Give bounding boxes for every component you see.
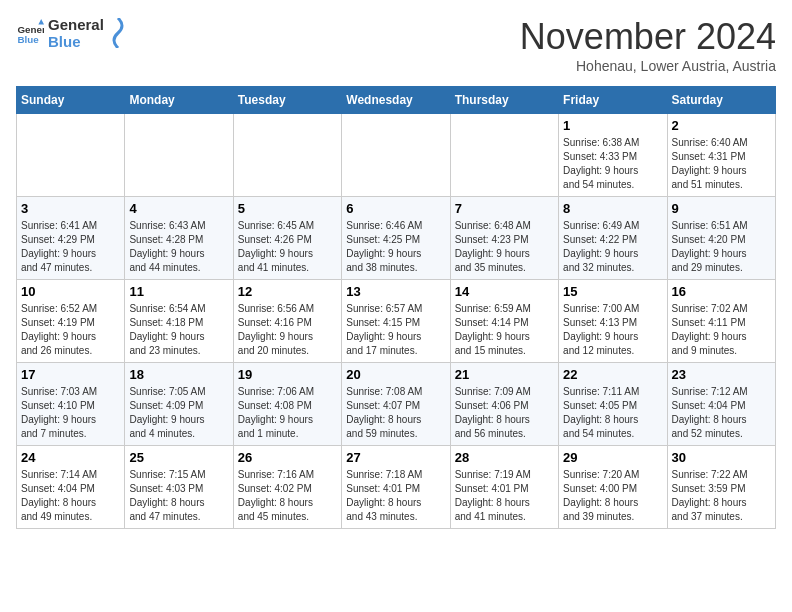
day-info: Sunrise: 7:08 AM Sunset: 4:07 PM Dayligh… — [346, 385, 445, 441]
calendar-cell — [233, 114, 341, 197]
weekday-header-sunday: Sunday — [17, 87, 125, 114]
day-number: 18 — [129, 367, 228, 382]
calendar-cell — [17, 114, 125, 197]
calendar-cell: 2Sunrise: 6:40 AM Sunset: 4:31 PM Daylig… — [667, 114, 775, 197]
day-info: Sunrise: 6:41 AM Sunset: 4:29 PM Dayligh… — [21, 219, 120, 275]
day-number: 1 — [563, 118, 662, 133]
day-number: 14 — [455, 284, 554, 299]
calendar-cell: 29Sunrise: 7:20 AM Sunset: 4:00 PM Dayli… — [559, 446, 667, 529]
calendar-cell: 16Sunrise: 7:02 AM Sunset: 4:11 PM Dayli… — [667, 280, 775, 363]
calendar-cell: 5Sunrise: 6:45 AM Sunset: 4:26 PM Daylig… — [233, 197, 341, 280]
day-info: Sunrise: 7:19 AM Sunset: 4:01 PM Dayligh… — [455, 468, 554, 524]
day-info: Sunrise: 6:51 AM Sunset: 4:20 PM Dayligh… — [672, 219, 771, 275]
logo-general: General — [48, 16, 104, 33]
calendar-cell: 10Sunrise: 6:52 AM Sunset: 4:19 PM Dayli… — [17, 280, 125, 363]
day-number: 9 — [672, 201, 771, 216]
weekday-header-tuesday: Tuesday — [233, 87, 341, 114]
week-row-1: 1Sunrise: 6:38 AM Sunset: 4:33 PM Daylig… — [17, 114, 776, 197]
calendar-cell — [125, 114, 233, 197]
day-info: Sunrise: 6:49 AM Sunset: 4:22 PM Dayligh… — [563, 219, 662, 275]
day-number: 4 — [129, 201, 228, 216]
calendar-cell: 23Sunrise: 7:12 AM Sunset: 4:04 PM Dayli… — [667, 363, 775, 446]
day-number: 5 — [238, 201, 337, 216]
day-info: Sunrise: 6:54 AM Sunset: 4:18 PM Dayligh… — [129, 302, 228, 358]
calendar-cell: 25Sunrise: 7:15 AM Sunset: 4:03 PM Dayli… — [125, 446, 233, 529]
week-row-5: 24Sunrise: 7:14 AM Sunset: 4:04 PM Dayli… — [17, 446, 776, 529]
day-info: Sunrise: 6:52 AM Sunset: 4:19 PM Dayligh… — [21, 302, 120, 358]
calendar-cell: 20Sunrise: 7:08 AM Sunset: 4:07 PM Dayli… — [342, 363, 450, 446]
day-info: Sunrise: 7:22 AM Sunset: 3:59 PM Dayligh… — [672, 468, 771, 524]
day-info: Sunrise: 7:14 AM Sunset: 4:04 PM Dayligh… — [21, 468, 120, 524]
day-info: Sunrise: 6:43 AM Sunset: 4:28 PM Dayligh… — [129, 219, 228, 275]
calendar-cell: 28Sunrise: 7:19 AM Sunset: 4:01 PM Dayli… — [450, 446, 558, 529]
calendar-cell: 3Sunrise: 6:41 AM Sunset: 4:29 PM Daylig… — [17, 197, 125, 280]
day-number: 20 — [346, 367, 445, 382]
weekday-header-monday: Monday — [125, 87, 233, 114]
day-info: Sunrise: 6:56 AM Sunset: 4:16 PM Dayligh… — [238, 302, 337, 358]
week-row-2: 3Sunrise: 6:41 AM Sunset: 4:29 PM Daylig… — [17, 197, 776, 280]
calendar-cell: 26Sunrise: 7:16 AM Sunset: 4:02 PM Dayli… — [233, 446, 341, 529]
day-number: 25 — [129, 450, 228, 465]
day-number: 27 — [346, 450, 445, 465]
logo-blue: Blue — [48, 33, 104, 50]
day-info: Sunrise: 7:20 AM Sunset: 4:00 PM Dayligh… — [563, 468, 662, 524]
day-info: Sunrise: 7:18 AM Sunset: 4:01 PM Dayligh… — [346, 468, 445, 524]
day-number: 16 — [672, 284, 771, 299]
day-number: 29 — [563, 450, 662, 465]
day-number: 10 — [21, 284, 120, 299]
day-number: 30 — [672, 450, 771, 465]
day-info: Sunrise: 6:48 AM Sunset: 4:23 PM Dayligh… — [455, 219, 554, 275]
calendar-cell — [450, 114, 558, 197]
weekday-header-wednesday: Wednesday — [342, 87, 450, 114]
day-number: 22 — [563, 367, 662, 382]
day-number: 13 — [346, 284, 445, 299]
calendar-cell: 4Sunrise: 6:43 AM Sunset: 4:28 PM Daylig… — [125, 197, 233, 280]
calendar-cell: 11Sunrise: 6:54 AM Sunset: 4:18 PM Dayli… — [125, 280, 233, 363]
day-number: 28 — [455, 450, 554, 465]
calendar-cell: 1Sunrise: 6:38 AM Sunset: 4:33 PM Daylig… — [559, 114, 667, 197]
day-number: 8 — [563, 201, 662, 216]
calendar-cell: 6Sunrise: 6:46 AM Sunset: 4:25 PM Daylig… — [342, 197, 450, 280]
day-info: Sunrise: 7:02 AM Sunset: 4:11 PM Dayligh… — [672, 302, 771, 358]
day-number: 11 — [129, 284, 228, 299]
calendar-cell: 15Sunrise: 7:00 AM Sunset: 4:13 PM Dayli… — [559, 280, 667, 363]
calendar-cell: 14Sunrise: 6:59 AM Sunset: 4:14 PM Dayli… — [450, 280, 558, 363]
day-info: Sunrise: 6:59 AM Sunset: 4:14 PM Dayligh… — [455, 302, 554, 358]
week-row-3: 10Sunrise: 6:52 AM Sunset: 4:19 PM Dayli… — [17, 280, 776, 363]
calendar-cell: 17Sunrise: 7:03 AM Sunset: 4:10 PM Dayli… — [17, 363, 125, 446]
calendar-cell — [342, 114, 450, 197]
calendar-cell: 9Sunrise: 6:51 AM Sunset: 4:20 PM Daylig… — [667, 197, 775, 280]
logo-wave-icon — [108, 18, 128, 48]
day-number: 21 — [455, 367, 554, 382]
day-info: Sunrise: 7:16 AM Sunset: 4:02 PM Dayligh… — [238, 468, 337, 524]
day-info: Sunrise: 7:09 AM Sunset: 4:06 PM Dayligh… — [455, 385, 554, 441]
day-number: 17 — [21, 367, 120, 382]
day-info: Sunrise: 6:57 AM Sunset: 4:15 PM Dayligh… — [346, 302, 445, 358]
day-number: 2 — [672, 118, 771, 133]
day-number: 15 — [563, 284, 662, 299]
day-info: Sunrise: 6:46 AM Sunset: 4:25 PM Dayligh… — [346, 219, 445, 275]
calendar-cell: 7Sunrise: 6:48 AM Sunset: 4:23 PM Daylig… — [450, 197, 558, 280]
calendar-cell: 12Sunrise: 6:56 AM Sunset: 4:16 PM Dayli… — [233, 280, 341, 363]
calendar-cell: 22Sunrise: 7:11 AM Sunset: 4:05 PM Dayli… — [559, 363, 667, 446]
day-number: 7 — [455, 201, 554, 216]
day-info: Sunrise: 7:00 AM Sunset: 4:13 PM Dayligh… — [563, 302, 662, 358]
calendar-cell: 19Sunrise: 7:06 AM Sunset: 4:08 PM Dayli… — [233, 363, 341, 446]
calendar-cell: 24Sunrise: 7:14 AM Sunset: 4:04 PM Dayli… — [17, 446, 125, 529]
calendar-cell: 21Sunrise: 7:09 AM Sunset: 4:06 PM Dayli… — [450, 363, 558, 446]
month-title: November 2024 — [520, 16, 776, 58]
calendar-cell: 30Sunrise: 7:22 AM Sunset: 3:59 PM Dayli… — [667, 446, 775, 529]
day-number: 12 — [238, 284, 337, 299]
day-number: 6 — [346, 201, 445, 216]
day-info: Sunrise: 6:40 AM Sunset: 4:31 PM Dayligh… — [672, 136, 771, 192]
calendar-table: SundayMondayTuesdayWednesdayThursdayFrid… — [16, 86, 776, 529]
svg-marker-2 — [38, 19, 44, 25]
weekday-header-thursday: Thursday — [450, 87, 558, 114]
day-info: Sunrise: 7:03 AM Sunset: 4:10 PM Dayligh… — [21, 385, 120, 441]
svg-text:Blue: Blue — [17, 34, 39, 45]
day-info: Sunrise: 6:38 AM Sunset: 4:33 PM Dayligh… — [563, 136, 662, 192]
day-info: Sunrise: 7:06 AM Sunset: 4:08 PM Dayligh… — [238, 385, 337, 441]
location-subtitle: Hohenau, Lower Austria, Austria — [520, 58, 776, 74]
calendar-cell: 18Sunrise: 7:05 AM Sunset: 4:09 PM Dayli… — [125, 363, 233, 446]
day-number: 23 — [672, 367, 771, 382]
